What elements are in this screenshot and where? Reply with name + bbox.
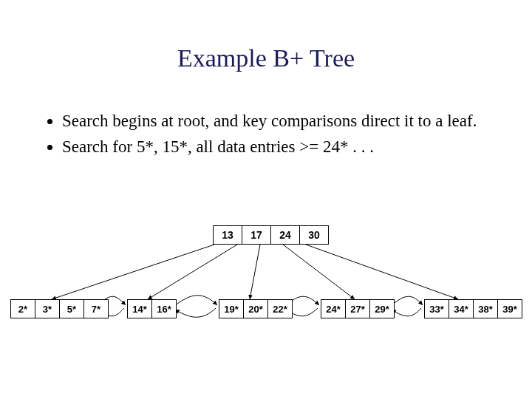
leaf-entry: 2* (11, 300, 35, 318)
leaf-entry: 5* (60, 300, 84, 318)
slide-title: Example B+ Tree (0, 44, 532, 72)
bullet-list: Search begins at root, and key compariso… (46, 111, 504, 163)
leaf-entry: 19* (219, 300, 244, 318)
leaf-entry: 22* (268, 300, 292, 318)
svg-line-1 (148, 245, 237, 299)
leaf-node: 33* 34* 38* 39* (424, 299, 522, 318)
leaf-entry: 27* (346, 300, 370, 318)
leaf-entry: 3* (35, 300, 60, 318)
leaf-entry: 33* (425, 300, 449, 318)
bullet-item: Search for 5*, 15*, all data entries >= … (62, 137, 504, 158)
root-node: 13 17 24 30 (213, 225, 329, 245)
leaf-entry: 24* (321, 300, 346, 318)
svg-line-4 (306, 245, 458, 299)
leaf-entry: 16* (152, 300, 176, 318)
svg-line-0 (52, 245, 214, 299)
leaf-entry: 39* (498, 300, 522, 318)
root-key: 13 (214, 226, 242, 244)
bullet-item: Search begins at root, and key compariso… (62, 111, 504, 132)
svg-line-2 (250, 245, 260, 299)
bplus-tree-diagram: 13 17 24 30 2* 3* 5* 7* 14* 16* 19* 20* … (0, 225, 532, 336)
root-key: 24 (271, 226, 300, 244)
leaf-node: 14* 16* (127, 299, 177, 318)
leaf-node: 2* 3* 5* 7* (10, 299, 109, 318)
leaf-node: 19* 20* 22* (219, 299, 293, 318)
root-key: 17 (242, 226, 271, 244)
root-key: 30 (300, 226, 328, 244)
leaf-entry: 14* (128, 300, 152, 318)
svg-line-3 (283, 245, 355, 299)
leaf-entry: 29* (370, 300, 394, 318)
leaf-entry: 20* (244, 300, 268, 318)
leaf-entry: 7* (84, 300, 108, 318)
leaf-node: 24* 27* 29* (321, 299, 395, 318)
leaf-entry: 34* (449, 300, 474, 318)
leaf-entry: 38* (474, 300, 498, 318)
